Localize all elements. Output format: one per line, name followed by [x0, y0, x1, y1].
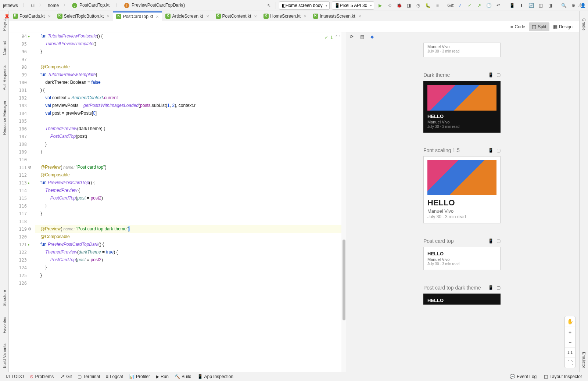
code-line[interactable]: }	[35, 140, 346, 148]
code-line[interactable]: ThemedPreview(darkTheme = true) {	[35, 248, 346, 256]
zoom-reset-button[interactable]: 1:1	[565, 347, 575, 357]
interaction-icon[interactable]: ▤	[360, 34, 367, 41]
git-push-icon[interactable]: ↗	[476, 2, 483, 9]
run-config-combo[interactable]: ◧ Home screen body	[279, 1, 330, 10]
line-number[interactable]: 105	[9, 117, 35, 125]
sync-icon[interactable]: 🔄	[527, 2, 535, 9]
code-line[interactable]	[35, 55, 346, 63]
zoom-in-icon[interactable]: +	[565, 327, 575, 337]
file-tab[interactable]: HomeScreen.kt✕	[260, 11, 310, 21]
code-line[interactable]: val previewPosts = getPostsWithImagesLoa…	[35, 102, 346, 109]
line-number[interactable]: 103	[9, 102, 35, 109]
file-tab[interactable]: PostCardTop.kt✕	[113, 11, 162, 21]
code-line[interactable]: ThemedPreview(darkTheme) {	[35, 125, 346, 133]
run-icon[interactable]: ▶	[376, 2, 384, 9]
line-number[interactable]: 112	[9, 171, 35, 179]
line-number[interactable]: 107	[9, 133, 35, 140]
run-gutter-icon[interactable]: ▸	[28, 242, 30, 247]
line-number[interactable]: 95	[9, 40, 35, 48]
device-combo[interactable]: 📱 Pixel 5 API 30	[332, 1, 374, 10]
animation-icon[interactable]: ▢	[496, 148, 501, 153]
code-line[interactable]: ) {	[35, 86, 346, 94]
preview-item[interactable]: Dark theme📱▢HELLOManuel VivoJuly 30 · 3 …	[423, 72, 501, 133]
tool-pull-requests[interactable]: Pull Requests	[1, 62, 7, 94]
line-number[interactable]: 106	[9, 125, 35, 133]
preview-card[interactable]: HELLO	[423, 294, 501, 305]
problems-indicator[interactable]: ✓ 1 ˄ ˅	[325, 34, 341, 42]
code-line[interactable]: val context = AmbientContext.current	[35, 94, 346, 102]
code-line[interactable]: @Preview( name: "Post card top dark them…	[35, 225, 346, 233]
stop-icon[interactable]: ■	[434, 2, 441, 9]
deploy-icon[interactable]: 📱	[488, 148, 494, 153]
file-tab[interactable]: PostContent.kt✕	[212, 11, 261, 21]
debug-icon[interactable]: 🐞	[395, 2, 403, 9]
preview-item[interactable]: Font scaling 1.5📱▢HELLOManuel VivoJuly 3…	[423, 147, 501, 223]
code-line[interactable]: fun PreviewPostCardTop() {	[35, 179, 346, 187]
file-tab[interactable]: ArticleScreen.kt✕	[162, 11, 212, 21]
code-line[interactable]: fun PreviewPostCardTopDark() {	[35, 241, 346, 248]
code-line[interactable]: @Composable	[35, 233, 346, 241]
line-number[interactable]: 114	[9, 187, 35, 194]
preview-card[interactable]: HELLOManuel VivoJuly 30 · 3 min read	[423, 81, 501, 133]
git-revert-icon[interactable]: ↶	[495, 2, 502, 9]
animation-icon[interactable]: ▢	[496, 72, 501, 78]
code-line[interactable]: @Preview( name: "Post card top")	[35, 163, 346, 171]
line-number[interactable]: 108	[9, 140, 35, 148]
tool-build-variants[interactable]: Build Variants	[1, 340, 7, 372]
animation-icon[interactable]: ▢	[496, 238, 501, 244]
view-code-button[interactable]: ≡ Code	[508, 22, 528, 31]
git-history-icon[interactable]: 🕐	[485, 2, 492, 9]
tool-todo[interactable]: ☑ TODO	[3, 374, 27, 379]
attach-debugger-icon[interactable]: 🐛	[424, 2, 431, 9]
line-number[interactable]: 126	[9, 279, 35, 287]
run-gutter-icon[interactable]: ▸	[28, 181, 30, 185]
code-line[interactable]	[35, 117, 346, 125]
layers-icon[interactable]: ◆	[370, 34, 377, 41]
line-number[interactable]: 113▸	[9, 179, 35, 187]
resource-icon[interactable]: ◨	[546, 2, 554, 9]
preview-item[interactable]: Post card top📱▢HELLOManuel VivoJuly 30 ·…	[423, 238, 501, 270]
breadcrumb-item[interactable]: home	[46, 3, 60, 8]
back-icon[interactable]: ↖	[265, 2, 273, 9]
code-line[interactable]: PostCardTop(post)	[35, 133, 346, 140]
git-commit-icon[interactable]: ✓	[466, 2, 473, 9]
file-tab[interactable]: InterestsScreen.kt✕	[310, 11, 365, 21]
code-line[interactable]	[35, 279, 346, 287]
zoom-fit-icon[interactable]: ⛶	[565, 357, 575, 368]
view-design-button[interactable]: ▦ Design	[550, 22, 576, 31]
line-number[interactable]: 100	[9, 79, 35, 86]
line-number[interactable]: 121▸	[9, 241, 35, 248]
tool-build[interactable]: 🔨 Build	[172, 374, 194, 379]
code-line[interactable]: PostCardTop(post = post2)	[35, 194, 346, 202]
line-number[interactable]: 96	[9, 48, 35, 55]
preview-item[interactable]: Post card top dark theme📱▢HELLO	[423, 285, 501, 305]
line-number[interactable]: 122	[9, 248, 35, 256]
code-line[interactable]: ThemedPreview {	[35, 187, 346, 194]
tool-problems[interactable]: ⊘ Problems	[27, 374, 57, 379]
warning-icon[interactable]: ⚠	[578, 2, 583, 8]
line-number[interactable]: 99	[9, 71, 35, 79]
close-icon[interactable]: ✕	[156, 15, 159, 19]
line-number[interactable]: 98	[9, 63, 35, 71]
tool-structure[interactable]: Structure	[1, 286, 7, 310]
breadcrumb-item[interactable]: fPreviewPostCardTopDark()	[123, 2, 188, 8]
line-number[interactable]: 109	[9, 148, 35, 156]
sdk-icon[interactable]: ⬇	[518, 2, 525, 9]
breadcrumb-item[interactable]: jetnews	[1, 3, 19, 8]
apply-changes-icon[interactable]: ⟲	[386, 2, 393, 9]
code-line[interactable]: @Composable	[35, 171, 346, 179]
avd-icon[interactable]: 📱	[508, 2, 516, 9]
coverage-icon[interactable]: ◨	[405, 2, 412, 9]
line-number[interactable]: 101	[9, 86, 35, 94]
code-line[interactable]	[35, 156, 346, 163]
search-icon[interactable]: 🔍	[560, 2, 567, 9]
preview-card[interactable]: Manuel VivoJuly 30 · 3 min read	[423, 43, 501, 57]
tool-app-inspection[interactable]: 📱 App Inspection	[194, 374, 236, 379]
line-number[interactable]: 104	[9, 109, 35, 117]
code-line[interactable]: }	[35, 148, 346, 156]
code-line[interactable]: @Composable	[35, 63, 346, 71]
deploy-icon[interactable]: 📱	[488, 238, 494, 244]
code-editor[interactable]: 94▸9596979899100101102103104105106107108…	[9, 32, 346, 372]
line-number[interactable]: 97	[9, 55, 35, 63]
code-line[interactable]: }	[35, 264, 346, 272]
